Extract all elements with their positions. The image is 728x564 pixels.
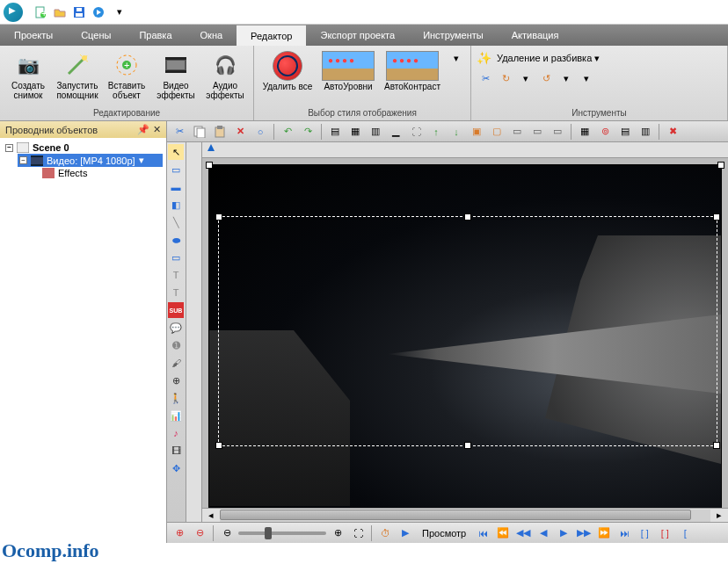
canvas[interactable] [202, 158, 728, 508]
chart-tool-icon[interactable]: 📊 [168, 408, 184, 423]
paste-icon[interactable] [211, 123, 229, 141]
resize-handle-se[interactable] [713, 442, 720, 449]
zoom-slider-thumb[interactable] [265, 527, 272, 539]
layer-3-icon[interactable]: ▭ [549, 123, 566, 141]
pin-icon[interactable]: 📌 [137, 124, 149, 135]
menu-activation[interactable]: Активация [498, 25, 573, 46]
menu-scenes[interactable]: Сцены [67, 25, 125, 46]
auto-contrast-button[interactable]: АвтоКонтраст [381, 49, 444, 93]
fit-icon[interactable]: ⛶ [407, 123, 425, 141]
menu-editor[interactable]: Редактор [237, 25, 306, 46]
image-tool-icon[interactable]: ▭ [168, 249, 184, 265]
send-back-icon[interactable]: ▢ [488, 123, 506, 141]
scroll-left-icon[interactable]: ◂ [202, 507, 220, 523]
rotate-right-dropdown-icon[interactable]: ▾ [517, 70, 535, 86]
zoom-slider[interactable] [238, 531, 326, 535]
tree-row-video[interactable]: − Видео: [MP4 1080p] ▾ [18, 154, 163, 167]
close-icon[interactable]: ✕ [153, 124, 161, 135]
mark-in-icon[interactable]: [ ] [636, 524, 653, 542]
tree-row-scene[interactable]: − Scene 0 [4, 141, 163, 154]
style-dropdown-icon[interactable]: ▾ [448, 49, 465, 67]
target-tool-icon[interactable]: ⊕ [168, 372, 184, 388]
arrow-up-icon[interactable]: ↑ [427, 123, 445, 141]
frame-handle-nw[interactable] [206, 162, 213, 169]
align-left-icon[interactable]: ▤ [326, 123, 344, 141]
redo-icon[interactable]: ↷ [299, 123, 317, 141]
layer-2-icon[interactable]: ▭ [528, 123, 546, 141]
pen-tool-icon[interactable]: ╲ [168, 214, 184, 230]
last-frame-icon[interactable]: ⏭ [615, 524, 633, 542]
delete-icon[interactable]: ✕ [231, 123, 249, 141]
prev-fast-icon[interactable]: ⏪ [494, 524, 512, 542]
new-file-icon[interactable]: + [33, 5, 47, 19]
rotate-right-icon[interactable]: ↻ [497, 70, 514, 86]
next-fast-icon[interactable]: ⏩ [595, 524, 613, 542]
align-center-icon[interactable]: ▦ [346, 123, 364, 141]
guides-icon[interactable]: ▤ [616, 123, 634, 141]
resize-handle-sw[interactable] [215, 442, 222, 449]
music-tool-icon[interactable]: ♪ [168, 425, 184, 441]
person-tool-icon[interactable]: 🚶 [168, 390, 184, 406]
timer-icon[interactable]: ⏱ [376, 524, 394, 542]
scrollbar-thumb[interactable] [220, 510, 691, 520]
cut-icon[interactable]: ✂ [477, 70, 494, 86]
first-frame-icon[interactable]: ⏮ [474, 524, 491, 542]
undo-icon[interactable]: ↶ [279, 123, 296, 141]
select-all-icon[interactable]: ○ [251, 123, 269, 141]
chevron-down-icon[interactable]: ▾ [139, 155, 144, 166]
zoom-fit-icon[interactable]: ⛶ [349, 524, 367, 542]
snap-icon[interactable]: ⊚ [596, 123, 614, 141]
play-icon[interactable] [91, 5, 106, 19]
menu-projects[interactable]: Проекты [0, 25, 67, 46]
video-frame[interactable] [209, 165, 721, 508]
audio-effects-button[interactable]: 🎧 Аудио эффекты [202, 49, 248, 102]
line-tool-icon[interactable]: ▬ [168, 179, 184, 195]
rotate-left-dropdown-icon[interactable]: ▾ [557, 70, 575, 86]
menu-tools[interactable]: Инструменты [409, 25, 498, 46]
bring-front-icon[interactable]: ▣ [468, 123, 485, 141]
delete-split-label[interactable]: Удаление и разбивка [497, 53, 592, 63]
bracket-icon[interactable]: [ [676, 524, 694, 542]
align-right-icon[interactable]: ▥ [367, 123, 384, 141]
prev-frame-icon[interactable]: ◀◀ [514, 524, 532, 542]
selection-box[interactable] [218, 216, 717, 446]
delete-all-button[interactable]: Удалить все [259, 49, 316, 93]
layer-1-icon[interactable]: ▭ [508, 123, 526, 141]
next-frame-icon[interactable]: ▶▶ [575, 524, 593, 542]
open-file-icon[interactable] [53, 5, 67, 19]
scroll-right-icon[interactable]: ▸ [710, 507, 728, 523]
zoom-in-icon[interactable]: ⊕ [171, 524, 188, 542]
align-bottom-icon[interactable]: ▁ [387, 123, 404, 141]
gradient-tool-icon[interactable]: ◧ [168, 197, 184, 213]
insert-object-button[interactable]: + Вставить объект [104, 49, 149, 102]
ellipse-tool-icon[interactable]: ⬬ [168, 232, 184, 248]
video-effects-button[interactable]: Видео эффекты [153, 49, 199, 102]
brush-tool-icon[interactable]: 🖌 [168, 355, 184, 371]
mark-out-icon[interactable]: [ ] [656, 524, 673, 542]
grid-icon[interactable]: ▦ [576, 123, 593, 141]
auto-levels-button[interactable]: АвтоУровни [319, 49, 377, 93]
move-tool-icon[interactable]: ✥ [168, 460, 184, 476]
menu-edit[interactable]: Правка [125, 25, 186, 46]
copy-icon[interactable] [191, 123, 208, 141]
step-fwd-icon[interactable]: ▶ [555, 524, 572, 542]
menu-export[interactable]: Экспорт проекта [306, 25, 409, 46]
collapse-icon[interactable]: − [5, 144, 13, 152]
frame-handle-ne[interactable] [717, 162, 724, 169]
resize-handle-n[interactable] [464, 213, 471, 221]
start-helper-button[interactable]: Запустить помощник [55, 49, 100, 102]
resize-handle-s[interactable] [464, 442, 471, 449]
play-icon[interactable]: ▶ [397, 524, 414, 542]
qat-dropdown-icon[interactable]: ▾ [113, 5, 127, 19]
arrow-down-icon[interactable]: ↓ [448, 123, 465, 141]
text-tool-icon[interactable]: T [168, 267, 184, 283]
rotate-left-icon[interactable]: ↺ [537, 70, 555, 86]
horizontal-scrollbar[interactable]: ◂ ▸ [202, 508, 728, 522]
text3d-tool-icon[interactable]: T [168, 285, 184, 300]
close-panel-icon[interactable]: ✖ [664, 123, 681, 141]
pointer-tool-icon[interactable]: ↖ [168, 144, 184, 160]
film-tool-icon[interactable]: 🎞 [168, 443, 184, 459]
snapshot-button[interactable]: 📷 Создать снимок [5, 49, 51, 102]
more-tools-dropdown-icon[interactable]: ▾ [578, 70, 595, 86]
save-icon[interactable] [72, 5, 86, 19]
